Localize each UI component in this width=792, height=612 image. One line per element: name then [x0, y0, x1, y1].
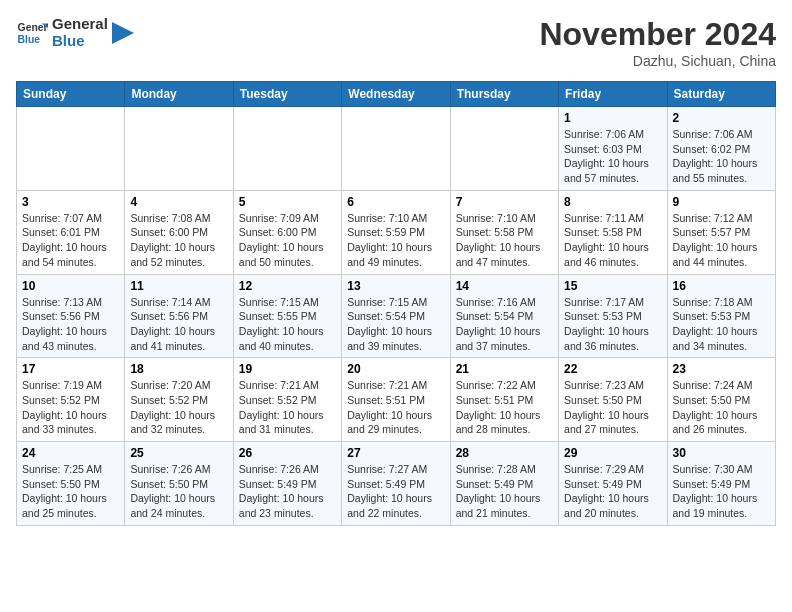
day-number: 24	[22, 446, 119, 460]
day-info: Sunrise: 7:12 AM Sunset: 5:57 PM Dayligh…	[673, 211, 770, 270]
day-info: Sunrise: 7:07 AM Sunset: 6:01 PM Dayligh…	[22, 211, 119, 270]
logo-icon: General Blue	[16, 17, 48, 49]
calendar-cell: 18Sunrise: 7:20 AM Sunset: 5:52 PM Dayli…	[125, 358, 233, 442]
calendar-cell: 25Sunrise: 7:26 AM Sunset: 5:50 PM Dayli…	[125, 442, 233, 526]
weekday-header-row: SundayMondayTuesdayWednesdayThursdayFrid…	[17, 82, 776, 107]
day-info: Sunrise: 7:13 AM Sunset: 5:56 PM Dayligh…	[22, 295, 119, 354]
day-info: Sunrise: 7:08 AM Sunset: 6:00 PM Dayligh…	[130, 211, 227, 270]
day-info: Sunrise: 7:15 AM Sunset: 5:54 PM Dayligh…	[347, 295, 444, 354]
calendar-cell: 19Sunrise: 7:21 AM Sunset: 5:52 PM Dayli…	[233, 358, 341, 442]
day-number: 13	[347, 279, 444, 293]
calendar-cell	[342, 107, 450, 191]
weekday-header-wednesday: Wednesday	[342, 82, 450, 107]
calendar-cell: 12Sunrise: 7:15 AM Sunset: 5:55 PM Dayli…	[233, 274, 341, 358]
calendar-cell: 16Sunrise: 7:18 AM Sunset: 5:53 PM Dayli…	[667, 274, 775, 358]
day-number: 21	[456, 362, 553, 376]
day-info: Sunrise: 7:21 AM Sunset: 5:52 PM Dayligh…	[239, 378, 336, 437]
day-number: 6	[347, 195, 444, 209]
calendar-cell: 27Sunrise: 7:27 AM Sunset: 5:49 PM Dayli…	[342, 442, 450, 526]
calendar-week-5: 24Sunrise: 7:25 AM Sunset: 5:50 PM Dayli…	[17, 442, 776, 526]
calendar-cell: 29Sunrise: 7:29 AM Sunset: 5:49 PM Dayli…	[559, 442, 667, 526]
weekday-header-tuesday: Tuesday	[233, 82, 341, 107]
day-info: Sunrise: 7:15 AM Sunset: 5:55 PM Dayligh…	[239, 295, 336, 354]
day-number: 16	[673, 279, 770, 293]
calendar-cell: 1Sunrise: 7:06 AM Sunset: 6:03 PM Daylig…	[559, 107, 667, 191]
page-header: General Blue General Blue November 2024 …	[16, 16, 776, 69]
calendar-cell: 11Sunrise: 7:14 AM Sunset: 5:56 PM Dayli…	[125, 274, 233, 358]
day-info: Sunrise: 7:06 AM Sunset: 6:02 PM Dayligh…	[673, 127, 770, 186]
day-number: 10	[22, 279, 119, 293]
calendar-week-4: 17Sunrise: 7:19 AM Sunset: 5:52 PM Dayli…	[17, 358, 776, 442]
day-info: Sunrise: 7:26 AM Sunset: 5:49 PM Dayligh…	[239, 462, 336, 521]
calendar-cell: 30Sunrise: 7:30 AM Sunset: 5:49 PM Dayli…	[667, 442, 775, 526]
calendar-cell: 2Sunrise: 7:06 AM Sunset: 6:02 PM Daylig…	[667, 107, 775, 191]
calendar-week-1: 1Sunrise: 7:06 AM Sunset: 6:03 PM Daylig…	[17, 107, 776, 191]
day-info: Sunrise: 7:20 AM Sunset: 5:52 PM Dayligh…	[130, 378, 227, 437]
day-number: 20	[347, 362, 444, 376]
calendar-cell: 15Sunrise: 7:17 AM Sunset: 5:53 PM Dayli…	[559, 274, 667, 358]
day-info: Sunrise: 7:10 AM Sunset: 5:58 PM Dayligh…	[456, 211, 553, 270]
calendar-cell: 8Sunrise: 7:11 AM Sunset: 5:58 PM Daylig…	[559, 190, 667, 274]
calendar-cell: 7Sunrise: 7:10 AM Sunset: 5:58 PM Daylig…	[450, 190, 558, 274]
calendar-cell: 24Sunrise: 7:25 AM Sunset: 5:50 PM Dayli…	[17, 442, 125, 526]
weekday-header-sunday: Sunday	[17, 82, 125, 107]
day-info: Sunrise: 7:29 AM Sunset: 5:49 PM Dayligh…	[564, 462, 661, 521]
day-number: 8	[564, 195, 661, 209]
weekday-header-saturday: Saturday	[667, 82, 775, 107]
location: Dazhu, Sichuan, China	[539, 53, 776, 69]
day-info: Sunrise: 7:26 AM Sunset: 5:50 PM Dayligh…	[130, 462, 227, 521]
day-number: 7	[456, 195, 553, 209]
weekday-header-monday: Monday	[125, 82, 233, 107]
calendar-cell: 22Sunrise: 7:23 AM Sunset: 5:50 PM Dayli…	[559, 358, 667, 442]
calendar-cell: 9Sunrise: 7:12 AM Sunset: 5:57 PM Daylig…	[667, 190, 775, 274]
day-info: Sunrise: 7:25 AM Sunset: 5:50 PM Dayligh…	[22, 462, 119, 521]
calendar-week-3: 10Sunrise: 7:13 AM Sunset: 5:56 PM Dayli…	[17, 274, 776, 358]
calendar-cell: 20Sunrise: 7:21 AM Sunset: 5:51 PM Dayli…	[342, 358, 450, 442]
day-info: Sunrise: 7:18 AM Sunset: 5:53 PM Dayligh…	[673, 295, 770, 354]
day-info: Sunrise: 7:23 AM Sunset: 5:50 PM Dayligh…	[564, 378, 661, 437]
calendar-cell: 26Sunrise: 7:26 AM Sunset: 5:49 PM Dayli…	[233, 442, 341, 526]
day-number: 19	[239, 362, 336, 376]
day-number: 26	[239, 446, 336, 460]
day-number: 14	[456, 279, 553, 293]
day-number: 3	[22, 195, 119, 209]
calendar-cell	[125, 107, 233, 191]
day-number: 29	[564, 446, 661, 460]
logo-blue: Blue	[52, 33, 108, 50]
month-title: November 2024	[539, 16, 776, 53]
calendar-cell	[17, 107, 125, 191]
logo-arrow-icon	[112, 22, 134, 44]
calendar-cell: 5Sunrise: 7:09 AM Sunset: 6:00 PM Daylig…	[233, 190, 341, 274]
day-info: Sunrise: 7:21 AM Sunset: 5:51 PM Dayligh…	[347, 378, 444, 437]
calendar-cell: 3Sunrise: 7:07 AM Sunset: 6:01 PM Daylig…	[17, 190, 125, 274]
calendar-cell: 21Sunrise: 7:22 AM Sunset: 5:51 PM Dayli…	[450, 358, 558, 442]
calendar-table: SundayMondayTuesdayWednesdayThursdayFrid…	[16, 81, 776, 526]
calendar-cell: 28Sunrise: 7:28 AM Sunset: 5:49 PM Dayli…	[450, 442, 558, 526]
calendar-week-2: 3Sunrise: 7:07 AM Sunset: 6:01 PM Daylig…	[17, 190, 776, 274]
calendar-cell: 10Sunrise: 7:13 AM Sunset: 5:56 PM Dayli…	[17, 274, 125, 358]
weekday-header-thursday: Thursday	[450, 82, 558, 107]
day-number: 2	[673, 111, 770, 125]
day-info: Sunrise: 7:10 AM Sunset: 5:59 PM Dayligh…	[347, 211, 444, 270]
day-info: Sunrise: 7:22 AM Sunset: 5:51 PM Dayligh…	[456, 378, 553, 437]
day-info: Sunrise: 7:24 AM Sunset: 5:50 PM Dayligh…	[673, 378, 770, 437]
logo: General Blue General Blue	[16, 16, 134, 49]
day-number: 9	[673, 195, 770, 209]
day-info: Sunrise: 7:09 AM Sunset: 6:00 PM Dayligh…	[239, 211, 336, 270]
calendar-cell	[450, 107, 558, 191]
day-number: 30	[673, 446, 770, 460]
day-info: Sunrise: 7:28 AM Sunset: 5:49 PM Dayligh…	[456, 462, 553, 521]
day-info: Sunrise: 7:16 AM Sunset: 5:54 PM Dayligh…	[456, 295, 553, 354]
logo-general: General	[52, 16, 108, 33]
day-number: 4	[130, 195, 227, 209]
day-number: 23	[673, 362, 770, 376]
title-block: November 2024 Dazhu, Sichuan, China	[539, 16, 776, 69]
day-info: Sunrise: 7:19 AM Sunset: 5:52 PM Dayligh…	[22, 378, 119, 437]
calendar-cell: 6Sunrise: 7:10 AM Sunset: 5:59 PM Daylig…	[342, 190, 450, 274]
svg-marker-4	[112, 22, 134, 44]
day-number: 1	[564, 111, 661, 125]
day-number: 15	[564, 279, 661, 293]
calendar-cell	[233, 107, 341, 191]
calendar-cell: 17Sunrise: 7:19 AM Sunset: 5:52 PM Dayli…	[17, 358, 125, 442]
day-info: Sunrise: 7:11 AM Sunset: 5:58 PM Dayligh…	[564, 211, 661, 270]
